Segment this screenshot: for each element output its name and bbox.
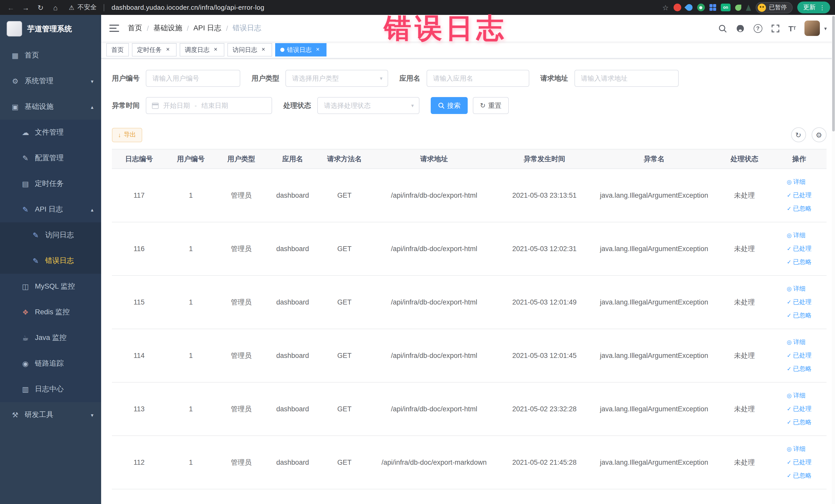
action-processed-link[interactable]: ✓已处理 <box>787 351 811 360</box>
sidebar-item-home[interactable]: ▦ 首页 <box>0 43 101 68</box>
action-detail-link[interactable]: ◎详细 <box>787 338 806 347</box>
sidebar-item-redis-monitor[interactable]: ❖ Redis 监控 <box>0 299 101 325</box>
chevron-down-icon: ▾ <box>411 103 414 108</box>
action-processed-link[interactable]: ✓已处理 <box>787 298 811 306</box>
action-detail-link[interactable]: ◎详细 <box>787 231 806 240</box>
browser-forward-icon[interactable]: → <box>20 3 31 12</box>
sidebar-item-config-management[interactable]: ✎ 配置管理 <box>0 145 101 171</box>
red-circle-extension-icon[interactable] <box>673 4 681 11</box>
fullscreen-icon[interactable] <box>771 24 780 33</box>
cell-exception-time: 2021-05-02 21:45:28 <box>498 436 591 489</box>
sidebar-item-file-management[interactable]: ☁ 文件管理 <box>0 120 101 145</box>
tab-error-log[interactable]: 错误日志 × <box>275 43 326 57</box>
hamburger-icon[interactable] <box>109 25 119 32</box>
cell-log-id: 113 <box>112 382 166 436</box>
close-icon[interactable]: × <box>314 46 321 54</box>
action-detail-link[interactable]: ◎详细 <box>787 445 806 453</box>
action-ignored-link[interactable]: ✓已忽略 <box>787 365 811 373</box>
edit-icon: ✎ <box>21 154 30 162</box>
sidebar-item-java-monitor[interactable]: ☕ Java 监控 <box>0 325 101 351</box>
sidebar-item-mysql-monitor[interactable]: ◫ MySQL 监控 <box>0 274 101 299</box>
close-icon[interactable]: × <box>260 46 267 54</box>
font-size-icon[interactable]: TT <box>789 24 796 33</box>
bookmark-star-icon[interactable]: ☆ <box>662 3 669 12</box>
browser-refresh-icon[interactable]: ↻ <box>35 3 46 12</box>
tab-home[interactable]: 首页 <box>106 43 129 57</box>
process-status-select[interactable]: 请选择处理状态 ▾ <box>317 97 420 114</box>
cell-method: GET <box>318 222 370 276</box>
sidebar-item-infrastructure[interactable]: ▣ 基础设施 ▴ <box>0 94 101 120</box>
browser-update-button[interactable]: 更新 ⋮ <box>797 2 830 13</box>
browser-back-icon[interactable]: ← <box>5 3 16 12</box>
tree-extension-icon[interactable] <box>746 4 751 11</box>
sidebar-item-access-log[interactable]: ✎ 访问日志 <box>0 222 101 248</box>
tab-scheduled-tasks[interactable]: 定时任务 × <box>132 43 177 57</box>
drop-extension-icon[interactable] <box>684 3 694 12</box>
breadcrumb-infrastructure[interactable]: 基础设施 <box>154 24 182 33</box>
action-ignored-link[interactable]: ✓已忽略 <box>787 471 811 480</box>
app-title: 芋道管理系统 <box>27 24 72 34</box>
profile-paused-badge[interactable]: 已暂停 <box>756 2 792 13</box>
breadcrumb-api-logs[interactable]: API 日志 <box>194 24 222 33</box>
scrollbar-thumb[interactable] <box>832 16 834 132</box>
tab-access-log[interactable]: 访问日志 × <box>227 43 272 57</box>
col-exception-time: 异常发生时间 <box>498 149 591 169</box>
grid-extension-icon[interactable] <box>709 4 716 11</box>
cell-method: GET <box>318 329 370 382</box>
app-name-input[interactable] <box>426 70 529 87</box>
avatar-caret-icon[interactable]: ▾ <box>824 25 827 31</box>
action-ignored-link[interactable]: ✓已忽略 <box>787 418 811 427</box>
table-tools: ↻ ⚙ <box>791 127 826 142</box>
security-chip[interactable]: ⚠ 不安全 <box>69 3 97 12</box>
user-id-input[interactable] <box>146 70 240 87</box>
action-detail-link[interactable]: ◎详细 <box>787 178 806 186</box>
breadcrumb-home[interactable]: 首页 <box>128 24 142 33</box>
reset-button[interactable]: ↻ 重置 <box>473 97 509 114</box>
search-button[interactable]: 搜索 <box>431 97 468 114</box>
refresh-table-button[interactable]: ↻ <box>791 127 806 142</box>
search-icon[interactable] <box>718 24 727 33</box>
action-ignored-link[interactable]: ✓已忽略 <box>787 311 811 320</box>
on-badge-extension-icon[interactable]: on <box>721 4 731 11</box>
close-icon[interactable]: × <box>212 46 219 54</box>
sidebar-item-log-center[interactable]: ▥ 日志中心 <box>0 377 101 402</box>
action-processed-link[interactable]: ✓已处理 <box>787 405 811 414</box>
action-processed-link[interactable]: ✓已处理 <box>787 191 811 200</box>
sidebar-item-system-management[interactable]: ⚙ 系统管理 ▾ <box>0 68 101 94</box>
cell-status: 未处理 <box>717 169 772 222</box>
sidebar-item-dev-tools[interactable]: ⚒ 研发工具 ▾ <box>0 402 101 428</box>
export-button[interactable]: ↓ 导出 <box>112 127 142 142</box>
user-avatar[interactable] <box>805 21 820 36</box>
column-settings-button[interactable]: ⚙ <box>811 127 826 142</box>
tab-schedule-log[interactable]: 调度日志 × <box>180 43 224 57</box>
action-processed-link[interactable]: ✓已处理 <box>787 244 811 253</box>
navbar-icons: ? TT ▾ <box>718 21 827 36</box>
sprout-extension-icon[interactable] <box>735 4 741 11</box>
help-icon[interactable]: ? <box>754 24 762 33</box>
address-bar[interactable]: dashboard.yudao.iocoder.cn/infra/log/api… <box>111 4 264 11</box>
action-detail-link[interactable]: ◎详细 <box>787 284 806 293</box>
browser-home-icon[interactable]: ⌂ <box>50 3 61 12</box>
sidebar-item-tracing[interactable]: ◉ 链路追踪 <box>0 351 101 377</box>
sidebar-item-api-logs[interactable]: ✎ API 日志 ▴ <box>0 197 101 222</box>
cell-user-type: 管理员 <box>216 329 267 382</box>
user-type-select[interactable]: 请选择用户类型 ▾ <box>285 70 388 87</box>
cell-request-url: /api/infra/db-doc/export-html <box>370 276 497 329</box>
cell-exception-time: 2021-05-02 23:32:28 <box>498 382 591 436</box>
exception-time-range-picker[interactable]: 开始日期 - 结束日期 <box>146 97 272 114</box>
eye-icon: ◎ <box>787 285 792 292</box>
action-ignored-link[interactable]: ✓已忽略 <box>787 204 811 213</box>
browser-menu-icon[interactable]: ⋮ <box>819 4 825 11</box>
chevron-up-icon: ▴ <box>91 104 94 109</box>
github-icon[interactable] <box>736 24 745 33</box>
action-processed-link[interactable]: ✓已处理 <box>787 458 811 467</box>
action-ignored-link[interactable]: ✓已忽略 <box>787 258 811 266</box>
action-detail-link[interactable]: ◎详细 <box>787 391 806 400</box>
cell-method: GET <box>318 436 370 489</box>
sidebar-item-scheduled-tasks[interactable]: ▤ 定时任务 <box>0 171 101 197</box>
green-circle-extension-icon[interactable] <box>697 4 705 11</box>
request-url-input[interactable] <box>574 70 678 87</box>
sidebar-item-error-log[interactable]: ✎ 错误日志 <box>0 248 101 274</box>
close-icon[interactable]: × <box>164 46 171 54</box>
cell-request-url: /api/infra/db-doc/export-html <box>370 382 497 436</box>
